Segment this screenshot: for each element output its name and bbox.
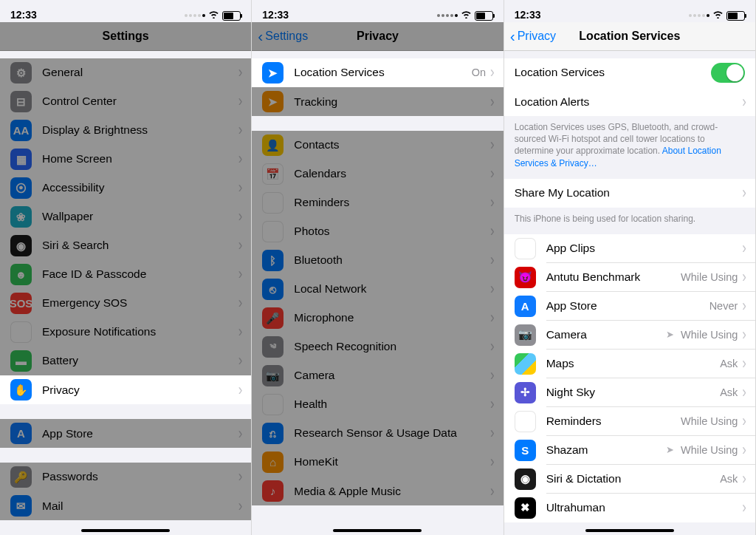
row-detail: Ask — [720, 386, 738, 398]
chevron-right-icon: › — [238, 467, 243, 486]
microphone-icon: 🎤 — [262, 307, 284, 329]
health-icon: ♥ — [262, 394, 284, 415]
row-label: General — [42, 66, 238, 79]
row-battery[interactable]: ▬ Battery › — [0, 347, 251, 375]
row-accessibility[interactable]: ⦿ Accessibility › — [0, 174, 251, 202]
row-reminders[interactable]: ≣ Reminders › — [252, 188, 503, 217]
row-label: App Store — [42, 427, 238, 440]
row-control-center[interactable]: ⊟ Control Center › — [0, 87, 251, 116]
row-label: Exposure Notifications — [42, 325, 238, 338]
chevron-right-icon: › — [238, 120, 243, 140]
row-microphone[interactable]: 🎤 Microphone › — [252, 304, 503, 333]
row-home-screen[interactable]: ▦ Home Screen › — [0, 145, 251, 174]
row-label: Bluetooth — [294, 253, 490, 267]
row-location-services-toggle[interactable]: Location Services — [504, 58, 755, 87]
navigation-arrow-icon: ➤ — [666, 444, 679, 455]
row-label: Antutu Benchmark — [546, 270, 681, 284]
row-camera[interactable]: 📷 Camera › — [252, 361, 503, 390]
row-calendars[interactable]: 📅 Calendars › — [252, 160, 503, 188]
row-label: Local Network — [294, 282, 490, 296]
row-general[interactable]: ⚙ General › — [0, 58, 251, 87]
row-emergency-sos[interactable]: SOS Emergency SOS › — [0, 289, 251, 318]
back-button[interactable]: ‹ Settings — [258, 22, 308, 50]
status-bar: 12:33 — [0, 0, 251, 22]
chevron-right-icon: › — [490, 482, 495, 501]
row-mail[interactable]: ✉ Mail › — [0, 491, 251, 520]
row-app-store[interactable]: A App Store › — [0, 419, 251, 448]
row-label: Passwords — [42, 470, 238, 483]
photos-icon: ❀ — [262, 221, 284, 242]
row-label: App Clips — [546, 242, 743, 255]
antutu-benchmark-icon: 😈 — [515, 267, 536, 288]
row-media-apple-music[interactable]: ♪ Media & Apple Music › — [252, 477, 503, 505]
row-display-brightness[interactable]: AA Display & Brightness › — [0, 116, 251, 145]
row-label: Accessibility — [42, 181, 238, 194]
chevron-right-icon: › — [238, 236, 243, 255]
chevron-right-icon: › — [490, 423, 495, 443]
row-location-alerts[interactable]: Location Alerts › — [504, 87, 755, 116]
row-ultrahuman[interactable]: ✖ Ultrahuman › — [504, 494, 755, 522]
row-label: App Store — [546, 299, 709, 313]
chevron-right-icon: › — [238, 322, 243, 341]
row-share-my-location[interactable]: Share My Location › — [504, 179, 755, 208]
row-detail: While Using — [681, 444, 738, 456]
row-siri-dictation[interactable]: ◉ Siri & Dictation Ask › — [504, 465, 755, 494]
contacts-icon: 👤 — [262, 134, 284, 156]
row-contacts[interactable]: 👤 Contacts › — [252, 131, 503, 160]
row-siri-search[interactable]: ◉ Siri & Search › — [0, 231, 251, 260]
row-label: Maps — [546, 357, 720, 370]
chevron-right-icon: › — [490, 92, 495, 112]
row-wallpaper[interactable]: ❀ Wallpaper › — [0, 202, 251, 231]
signal-icon — [689, 14, 709, 17]
row-antutu-benchmark[interactable]: 😈 Antutu Benchmark While Using › — [504, 263, 755, 292]
row-photos[interactable]: ❀ Photos › — [252, 217, 503, 246]
about-link[interactable]: About Location Services & Privacy… — [515, 146, 721, 168]
toggle-switch[interactable] — [711, 63, 745, 83]
row-maps[interactable]: Maps Ask › — [504, 350, 755, 378]
status-bar: 12:33 — [252, 0, 503, 22]
row-shazam[interactable]: S Shazam ➤ While Using › — [504, 436, 755, 465]
row-label: Camera — [294, 369, 490, 382]
row-label: Wallpaper — [42, 210, 238, 223]
navbar: ‹ Privacy Location Services — [504, 22, 755, 51]
row-location-services[interactable]: ➤ Location Services On › — [252, 58, 503, 87]
night-sky-icon: ✢ — [515, 382, 536, 403]
row-label: Microphone — [294, 311, 490, 324]
row-label: Battery — [42, 354, 238, 367]
row-health[interactable]: ♥ Health › — [252, 390, 503, 419]
siri-dictation-icon: ◉ — [515, 468, 536, 490]
ultrahuman-icon: ✖ — [515, 497, 536, 519]
row-camera[interactable]: 📷 Camera ➤ While Using › — [504, 321, 755, 350]
wifi-icon — [208, 10, 219, 21]
chevron-right-icon: › — [238, 265, 243, 284]
row-reminders[interactable]: ≣ Reminders While Using › — [504, 407, 755, 436]
homekit-icon: ⌂ — [262, 451, 284, 473]
back-button[interactable]: ‹ Privacy — [510, 22, 556, 50]
time-label: 12:33 — [262, 9, 289, 21]
home-indicator — [81, 529, 170, 532]
row-label: Home Screen — [42, 152, 238, 166]
row-exposure-notifications[interactable]: ✹ Exposure Notifications › — [0, 318, 251, 347]
row-label: Contacts — [294, 138, 490, 151]
chevron-right-icon: › — [742, 183, 746, 202]
row-homekit[interactable]: ⌂ HomeKit › — [252, 448, 503, 477]
chevron-right-icon: › — [490, 63, 495, 82]
row-label: Photos — [294, 225, 490, 238]
row-night-sky[interactable]: ✢ Night Sky Ask › — [504, 378, 755, 407]
passwords-icon: 🔑 — [10, 466, 32, 488]
row-privacy[interactable]: ✋ Privacy › — [0, 375, 251, 404]
chevron-right-icon: › — [742, 92, 746, 112]
row-face-id-passcode[interactable]: ☻ Face ID & Passcode › — [0, 260, 251, 289]
home-screen-icon: ▦ — [10, 149, 32, 170]
chevron-right-icon: › — [490, 251, 495, 270]
row-bluetooth[interactable]: ᛒ Bluetooth › — [252, 246, 503, 275]
row-passwords[interactable]: 🔑 Passwords › — [0, 463, 251, 491]
row-app-clips[interactable]: ◧ App Clips › — [504, 234, 755, 263]
row-tracking[interactable]: ➤ Tracking › — [252, 87, 503, 116]
row-research-sensor-usage-data[interactable]: ⎌ Research Sensor & Usage Data › — [252, 419, 503, 448]
row-local-network[interactable]: ⎋ Local Network › — [252, 275, 503, 304]
chevron-right-icon: › — [238, 63, 243, 82]
row-speech-recognition[interactable]: ༄ Speech Recognition › — [252, 333, 503, 361]
row-app-store[interactable]: A App Store Never › — [504, 292, 755, 321]
chevron-right-icon: › — [238, 92, 243, 111]
